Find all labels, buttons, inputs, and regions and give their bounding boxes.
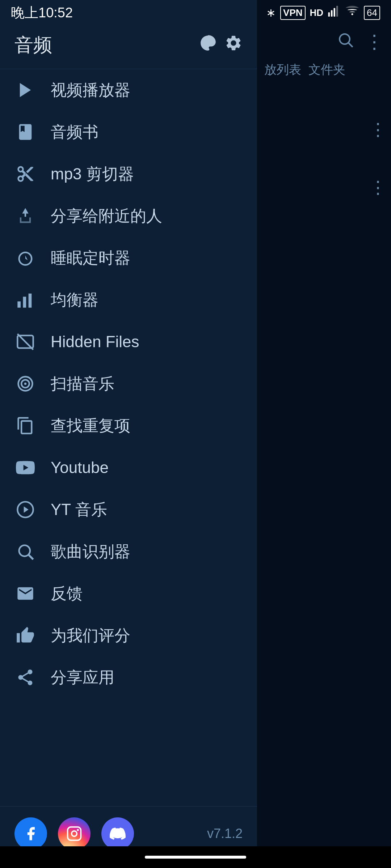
nav-bar [0,846,391,868]
discord-icon[interactable] [101,817,134,850]
menu-label-youtube: Youtube [51,459,109,477]
menu-label-yt-music: YT 音乐 [51,499,107,520]
svg-line-23 [29,555,33,559]
nav-pill [145,856,246,859]
share-nearby-icon [14,205,36,227]
menu-item-yt-music[interactable]: YT 音乐 [0,489,257,531]
instagram-icon[interactable] [58,817,91,850]
svg-rect-1 [331,10,333,17]
svg-point-10 [211,42,213,44]
svg-rect-24 [68,827,81,841]
svg-point-8 [205,39,207,41]
recognition-search-icon [14,541,36,562]
thumbup-icon [14,625,36,646]
timer-icon [14,247,36,269]
svg-rect-14 [23,297,26,307]
menu-label-share-nearby: 分享给附近的人 [51,205,162,227]
svg-marker-11 [20,83,31,97]
svg-point-19 [24,383,27,385]
svg-rect-3 [336,6,338,17]
menu-item-audiobook[interactable]: 音频书 [0,111,257,153]
status-icons: ∗ VPN HD 64 [266,4,380,21]
palette-icon[interactable] [199,34,217,56]
menu-item-hidden-files[interactable]: Hidden Files [0,321,257,363]
svg-point-9 [209,39,211,41]
more-options-icon[interactable]: ⋮ [365,31,384,52]
play-icon [14,79,36,101]
hidden-files-icon [14,331,36,353]
tab-folder[interactable]: 文件夹 [308,61,345,78]
duplicate-icon [14,415,36,437]
drawer-title: 音频 [14,33,192,58]
menu-label-hidden-files: Hidden Files [51,333,139,351]
menu-item-sleep-timer[interactable]: 睡眠定时器 [0,237,257,279]
yt-music-icon [14,499,36,520]
hd-icon: HD [310,7,324,18]
menu-item-song-recognition[interactable]: 歌曲识别器 [0,531,257,573]
settings-icon[interactable] [224,34,243,56]
svg-rect-2 [334,8,336,17]
menu-item-rate-us[interactable]: 为我们评分 [0,614,257,656]
version-text: v7.1.2 [207,826,243,841]
menu-label-rate-us: 为我们评分 [51,625,130,646]
menu-item-scan-music[interactable]: 扫描音乐 [0,363,257,405]
svg-point-22 [19,545,30,556]
right-header: ⋮ [257,25,391,58]
item-more-2[interactable]: ⋮ [369,177,387,197]
social-icons [14,817,134,850]
menu-item-youtube[interactable]: Youtube [0,447,257,489]
battery-icon: 64 [364,6,380,20]
svg-rect-0 [328,12,330,17]
svg-rect-15 [29,294,32,308]
svg-point-4 [352,13,353,15]
wifi-icon [345,4,360,21]
svg-point-26 [77,829,79,831]
menu-label-song-recognition: 歌曲识别器 [51,541,130,562]
item-more-1[interactable]: ⋮ [369,119,387,140]
menu-label-audiobook: 音频书 [51,122,98,143]
menu-item-feedback[interactable]: 反馈 [0,573,257,614]
signal-icon [328,5,341,21]
svg-point-25 [72,831,77,837]
svg-point-5 [340,34,350,44]
menu-label-equalizer: 均衡器 [51,289,98,311]
menu-label-mp3-cutter: mp3 剪切器 [51,163,134,185]
scissors-icon [14,163,36,185]
menu-item-share-nearby[interactable]: 分享给附近的人 [0,195,257,237]
tab-playlist[interactable]: 放列表 [264,61,301,78]
status-time: 晚上10:52 [11,4,73,22]
search-icon[interactable] [337,31,354,52]
facebook-icon[interactable] [14,817,47,850]
menu-item-video-player[interactable]: 视频播放器 [0,69,257,111]
menu-label-scan-music: 扫描音乐 [51,373,114,395]
scan-icon [14,373,36,395]
menu-label-feedback: 反馈 [51,583,83,604]
menu-label-share-app: 分享应用 [51,667,114,688]
youtube-icon [14,457,36,478]
svg-rect-13 [17,301,21,307]
svg-line-6 [349,43,353,47]
book-icon [14,121,36,143]
menu-label-sleep-timer: 睡眠定时器 [51,247,130,269]
vpn-icon: VPN [280,6,305,20]
equalizer-icon [14,289,36,311]
menu-list: 视频播放器 音频书 mp3 剪切器 [0,69,257,806]
menu-item-find-duplicates[interactable]: 查找重复项 [0,405,257,447]
svg-marker-21 [24,506,29,512]
bluetooth-icon: ∗ [266,6,276,20]
share-icon [14,667,36,688]
status-bar: 晚上10:52 ∗ VPN HD 64 [0,0,391,25]
menu-label-find-duplicates: 查找重复项 [51,415,130,437]
right-tabs: 放列表 文件夹 [257,58,391,82]
svg-point-7 [203,42,205,44]
menu-item-share-app[interactable]: 分享应用 [0,656,257,698]
battery-level: 64 [367,7,377,18]
drawer: 音频 视频播放器 [0,0,257,868]
menu-item-equalizer[interactable]: 均衡器 [0,279,257,321]
menu-label-video-player: 视频播放器 [51,80,130,101]
menu-item-mp3-cutter[interactable]: mp3 剪切器 [0,153,257,195]
mail-icon [14,583,36,604]
